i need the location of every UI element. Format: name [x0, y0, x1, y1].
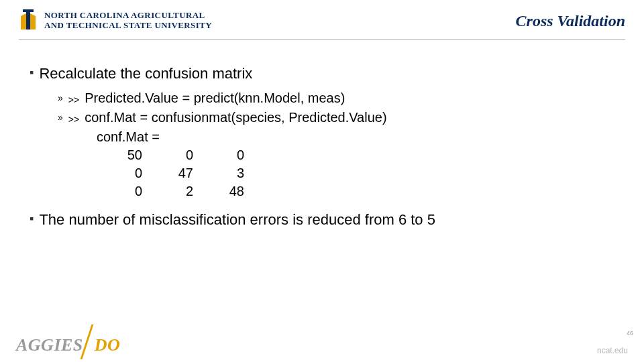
table-row: 50 0 0 [110, 146, 263, 164]
logo-line2: AND TECHNICAL STATE UNIVERSITY [44, 21, 212, 31]
code-line: conf.Mat = confusionmat(species, Predict… [85, 109, 386, 128]
slide-header: NORTH CAROLINA AGRICULTURAL AND TECHNICA… [0, 0, 644, 40]
sub-bullet-icon: » [58, 109, 63, 128]
bullet-item: ▪ The number of misclassification errors… [30, 210, 614, 230]
aggies-logo: AGGIES DO [16, 324, 120, 355]
slide-content: ▪ Recalculate the confusion matrix » >> … [0, 45, 644, 229]
matrix-cell: 3 [212, 164, 263, 182]
header-divider [19, 39, 625, 40]
table-row: 0 2 48 [110, 182, 263, 200]
slide-title: Cross Validation [516, 12, 625, 30]
bullet-square-icon: ▪ [30, 210, 34, 230]
header-row: NORTH CAROLINA AGRICULTURAL AND TECHNICA… [19, 9, 625, 32]
slide-footer: AGGIES DO ncat.edu [0, 324, 644, 355]
matrix-cell: 47 [161, 164, 212, 182]
matrix-cell: 2 [161, 182, 212, 200]
table-row: 0 47 3 [110, 164, 263, 182]
svg-rect-0 [26, 11, 30, 29]
logo-line1: NORTH CAROLINA AGRICULTURAL [44, 11, 212, 21]
do-word: DO [95, 335, 121, 355]
svg-rect-1 [23, 9, 34, 12]
output-label: conf.Mat = [97, 128, 614, 146]
sub-bullet-icon: » [58, 89, 63, 109]
university-logo: NORTH CAROLINA AGRICULTURAL AND TECHNICA… [19, 9, 212, 32]
logo-text: NORTH CAROLINA AGRICULTURAL AND TECHNICA… [44, 11, 212, 31]
prompt-symbol: >> [68, 109, 79, 128]
bullet-square-icon: ▪ [30, 64, 34, 84]
bullet-item: ▪ Recalculate the confusion matrix [30, 64, 614, 84]
sub-bullet: » >> conf.Mat = confusionmat(species, Pr… [58, 109, 614, 128]
prompt-symbol: >> [68, 89, 79, 109]
matrix-cell: 0 [161, 146, 212, 164]
code-line: Predicted.Value = predict(knn.Model, mea… [85, 89, 345, 109]
matrix-cell: 50 [110, 146, 161, 164]
matrix-cell: 0 [110, 164, 161, 182]
matrix-cell: 48 [212, 182, 263, 200]
matrix-cell: 0 [110, 182, 161, 200]
bullet-text: Recalculate the confusion matrix [39, 64, 252, 84]
logo-icon [19, 9, 38, 32]
sub-bullets: » >> Predicted.Value = predict(knn.Model… [58, 89, 614, 200]
sub-bullet: » >> Predicted.Value = predict(knn.Model… [58, 89, 614, 109]
bullet-text: The number of misclassification errors i… [39, 210, 435, 230]
aggies-word: AGGIES [16, 335, 83, 355]
confusion-matrix: 50 0 0 0 47 3 0 2 48 [110, 146, 614, 200]
site-url: ncat.edu [597, 346, 628, 355]
matrix-cell: 0 [212, 146, 263, 164]
